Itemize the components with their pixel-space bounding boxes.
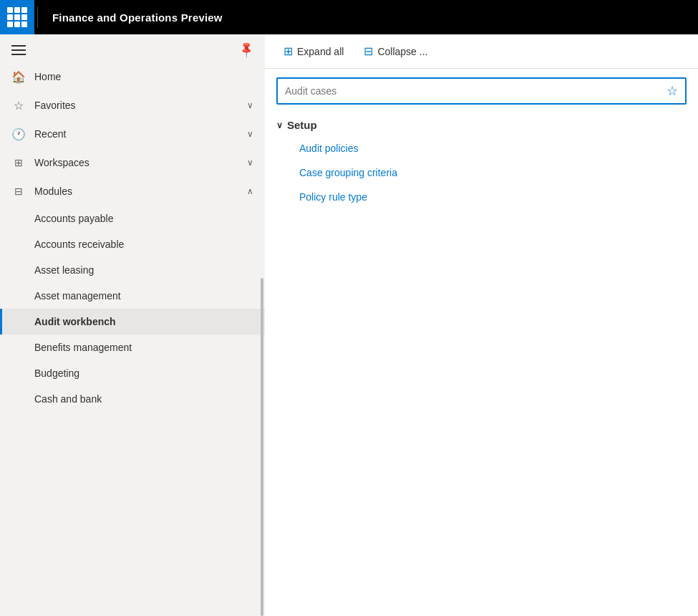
expand-all-button[interactable]: ⊞ Expand all [276,40,351,62]
chevron-up-icon: ∧ [247,186,253,196]
sidebar: 📌 🏠 Home ☆ Favorites ∨ 🕐 Recent ∨ ⊞ [0,34,265,616]
app-title: Finance and Operations Preview [41,11,234,24]
waffle-icon [7,7,27,27]
expand-all-label: Expand all [297,46,344,57]
policy-rule-type-link[interactable]: Policy rule type [291,186,687,208]
sidebar-item-label: Recent [34,128,247,140]
chevron-down-icon: ∨ [247,100,253,110]
favorites-icon: ☆ [11,98,26,112]
sidebar-item-accounts-payable[interactable]: Accounts payable [0,206,265,231]
setup-links: Audit policies Case grouping criteria Po… [276,137,687,208]
sidebar-item-modules[interactable]: ⊟ Modules ∧ [0,177,265,206]
collapse-button[interactable]: ⊟ Collapse ... [357,40,435,62]
search-input[interactable] [285,85,667,97]
home-icon: 🏠 [11,69,26,84]
setup-title: Setup [287,119,317,131]
chevron-down-icon: ∨ [247,158,253,168]
sidebar-item-recent[interactable]: 🕐 Recent ∨ [0,120,265,148]
sidebar-item-workspaces[interactable]: ⊞ Workspaces ∨ [0,148,265,177]
app-header: Finance and Operations Preview [0,0,698,34]
sidebar-item-label: Modules [34,186,247,197]
collapse-icon: ⊟ [364,44,373,58]
sidebar-item-budgeting[interactable]: Budgeting [0,360,265,386]
sidebar-scrollbar[interactable] [261,278,263,616]
sidebar-item-accounts-receivable[interactable]: Accounts receivable [0,231,265,257]
header-divider [37,6,38,28]
sidebar-item-label: Home [34,71,253,82]
sidebar-controls: 📌 [0,34,265,62]
pin-icon[interactable]: 📌 [236,40,256,60]
chevron-down-icon: ∨ [276,120,283,130]
sidebar-item-audit-workbench[interactable]: Audit workbench [0,309,265,335]
chevron-down-icon: ∨ [247,129,253,139]
sidebar-item-benefits-management[interactable]: Benefits management [0,335,265,360]
setup-section: ∨ Setup Audit policies Case grouping cri… [265,113,698,214]
sidebar-item-label: Favorites [34,100,247,111]
sidebar-item-asset-leasing[interactable]: Asset leasing [0,257,265,283]
setup-header[interactable]: ∨ Setup [276,119,687,131]
case-grouping-link[interactable]: Case grouping criteria [291,161,687,184]
sidebar-item-asset-management[interactable]: Asset management [0,283,265,309]
recent-icon: 🕐 [11,127,26,141]
toolbar: ⊞ Expand all ⊟ Collapse ... [265,34,698,69]
sidebar-item-label: Workspaces [34,157,247,168]
collapse-label: Collapse ... [377,46,427,57]
nav-list: 🏠 Home ☆ Favorites ∨ 🕐 Recent ∨ ⊞ Worksp… [0,62,265,616]
sidebar-item-favorites[interactable]: ☆ Favorites ∨ [0,91,265,120]
sidebar-item-cash-and-bank[interactable]: Cash and bank [0,386,265,412]
workspaces-icon: ⊞ [11,155,26,170]
hamburger-icon[interactable] [11,45,26,55]
expand-icon: ⊞ [283,44,293,58]
search-box[interactable]: ☆ [276,77,687,105]
content-panel: ⊞ Expand all ⊟ Collapse ... ☆ ∨ Setup Au… [265,34,698,616]
main-area: 📌 🏠 Home ☆ Favorites ∨ 🕐 Recent ∨ ⊞ [0,34,698,616]
audit-policies-link[interactable]: Audit policies [291,137,687,160]
sidebar-item-home[interactable]: 🏠 Home [0,62,265,91]
modules-icon: ⊟ [11,184,26,198]
favorite-star-icon[interactable]: ☆ [667,83,678,99]
app-logo[interactable] [0,0,34,34]
